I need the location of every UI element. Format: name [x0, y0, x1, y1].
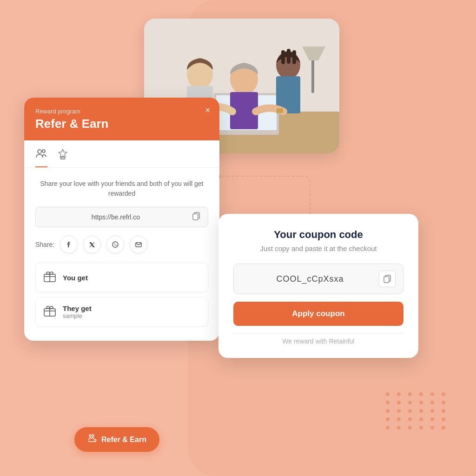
coupon-footer: We reward with Retainful — [233, 333, 403, 345]
close-button[interactable]: × — [205, 106, 210, 114]
referral-widget: Reward program Refer & Earn × — [24, 98, 219, 341]
tab-rewards[interactable] — [57, 148, 69, 167]
refer-earn-label: Refer & Earn — [101, 436, 146, 444]
you-get-reward: You get — [35, 263, 208, 292]
card-body: Share your love with your friends and bo… — [24, 168, 219, 341]
coupon-copy-button[interactable] — [379, 271, 396, 287]
they-get-subtitle: sample — [63, 312, 92, 319]
you-get-title: You get — [63, 274, 88, 282]
they-get-icon — [43, 304, 56, 320]
decorative-dots — [386, 392, 448, 430]
coupon-card: Your coupon code Just copy and paste it … — [218, 214, 418, 358]
refer-earn-icon — [87, 434, 97, 445]
rewards-tab-icon — [57, 151, 69, 162]
svg-rect-12 — [287, 49, 291, 64]
svg-point-22 — [112, 242, 118, 247]
share-row: Share: — [35, 236, 208, 253]
referral-link-box: https://be.refrl.co — [35, 207, 208, 227]
tab-refer[interactable] — [35, 148, 47, 167]
header-subtitle: Reward program — [35, 108, 208, 115]
they-get-info: They get sample — [63, 304, 92, 319]
svg-rect-13 — [292, 50, 296, 64]
you-get-icon — [43, 270, 56, 285]
referral-link-text: https://be.refrl.co — [41, 213, 190, 221]
share-label: Share: — [35, 241, 54, 248]
facebook-button[interactable] — [60, 236, 78, 253]
email-button[interactable] — [130, 236, 147, 253]
coupon-subtitle: Just copy and paste it at the checkout — [233, 245, 403, 252]
coupon-code-box: COOL_cCpXsxa — [233, 264, 403, 294]
they-get-reward: They get sample — [35, 297, 208, 327]
svg-point-16 — [38, 150, 41, 153]
svg-point-17 — [42, 150, 45, 152]
svg-rect-15 — [277, 108, 283, 113]
twitter-button[interactable] — [83, 236, 101, 253]
share-description: Share your love with your friends and bo… — [35, 179, 208, 198]
copy-link-button[interactable] — [190, 212, 202, 222]
tabs-container — [24, 140, 219, 168]
coupon-code-text: COOL_cCpXsxa — [241, 274, 379, 284]
refer-earn-button[interactable]: Refer & Earn — [74, 427, 159, 452]
referral-header: Reward program Refer & Earn × — [24, 98, 219, 140]
refer-tab-icon — [35, 151, 47, 162]
svg-rect-11 — [281, 50, 285, 64]
you-get-info: You get — [63, 274, 88, 282]
coupon-title: Your coupon code — [233, 229, 403, 241]
svg-rect-29 — [384, 277, 389, 283]
they-get-title: They get — [63, 304, 92, 312]
apply-coupon-button[interactable]: Apply coupon — [233, 302, 403, 326]
whatsapp-button[interactable] — [106, 236, 124, 253]
header-title: Refer & Earn — [35, 117, 208, 131]
svg-rect-21 — [193, 214, 198, 220]
